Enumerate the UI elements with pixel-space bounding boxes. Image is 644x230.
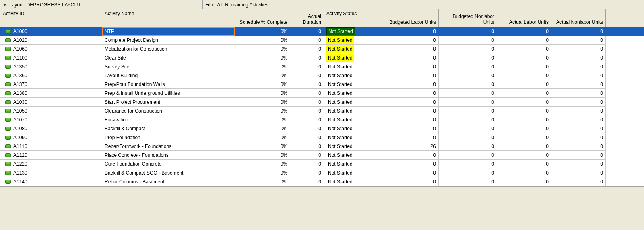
cell-activity-name[interactable]: Clear Site [102,53,235,62]
cell-activity-name[interactable]: Layout Building [102,71,235,80]
cell-actual-nonlabor[interactable]: 0 [551,107,606,115]
cell-actual-labor[interactable]: 0 [497,45,551,53]
cell-schedule-pct[interactable]: 0% [235,62,290,71]
cell-activity-id[interactable]: A1090 [0,133,102,142]
cell-schedule-pct[interactable]: 0% [235,27,290,36]
cell-budgeted-nonlabor[interactable]: 0 [439,142,497,151]
cell-schedule-pct[interactable]: 0% [235,151,290,160]
cell-schedule-pct[interactable]: 0% [235,107,290,115]
cell-actual-labor[interactable]: 0 [497,89,551,98]
table-row[interactable]: A1060Mobalization for Construction0%0Not… [0,45,644,53]
cell-budgeted-labor[interactable]: 0 [384,124,439,133]
table-row[interactable]: A1130Backfill & Compact SOG - Basement0%… [0,168,644,177]
cell-activity-name[interactable]: Survey Site [102,62,235,71]
cell-actual-nonlabor[interactable]: 0 [551,133,606,142]
cell-actual-labor[interactable]: 0 [497,142,551,151]
table-row[interactable]: A1090Prep Foundation0%0Not Started0000 [0,133,644,142]
cell-actual-duration[interactable]: 0 [290,98,324,107]
cell-activity-name[interactable]: Backfill & Compact [102,124,235,133]
cell-activity-name[interactable]: Backfill & Compact SOG - Basement [102,168,235,177]
table-row[interactable]: A1360Layout Building0%0Not Started0000 [0,71,644,80]
cell-actual-nonlabor[interactable]: 0 [551,80,606,89]
cell-activity-id[interactable]: A1360 [0,71,102,80]
table-row[interactable]: A1050Clearance for Construction0%0Not St… [0,107,644,115]
cell-actual-nonlabor[interactable]: 0 [551,36,606,45]
cell-activity-status[interactable]: Not Started [324,124,384,133]
header-schedule-pct[interactable]: Schedule % Complete [235,9,290,27]
cell-actual-labor[interactable]: 0 [497,27,551,36]
cell-budgeted-labor[interactable]: 0 [384,98,439,107]
cell-budgeted-nonlabor[interactable]: 0 [439,151,497,160]
cell-budgeted-labor[interactable]: 0 [384,151,439,160]
cell-actual-nonlabor[interactable]: 0 [551,45,606,53]
table-row[interactable]: A1110Rebar/Formwork - Foundations0%0Not … [0,142,644,151]
cell-activity-status[interactable]: Not Started [324,71,384,80]
cell-budgeted-labor[interactable]: 0 [384,168,439,177]
cell-activity-status[interactable]: Not Started [324,98,384,107]
cell-activity-status[interactable]: Not Started [324,115,384,124]
cell-activity-status[interactable]: Not Started [324,89,384,98]
cell-activity-name[interactable]: Rebar Columns - Basement [102,177,235,186]
cell-budgeted-nonlabor[interactable]: 0 [439,71,497,80]
cell-actual-duration[interactable]: 0 [290,62,324,71]
cell-actual-duration[interactable]: 0 [290,89,324,98]
cell-activity-status[interactable]: Not Started [324,36,384,45]
cell-actual-nonlabor[interactable]: 0 [551,89,606,98]
header-budgeted-labor[interactable]: Budgeted Labor Units [384,9,439,27]
cell-budgeted-nonlabor[interactable]: 0 [439,133,497,142]
cell-activity-name[interactable]: Prep Foundation [102,133,235,142]
cell-budgeted-labor[interactable]: 0 [384,45,439,53]
cell-actual-nonlabor[interactable]: 0 [551,27,606,36]
cell-activity-status[interactable]: Not Started [324,45,384,53]
cell-actual-duration[interactable]: 0 [290,107,324,115]
cell-budgeted-nonlabor[interactable]: 0 [439,160,497,168]
cell-activity-status[interactable]: Not Started [324,160,384,168]
cell-actual-duration[interactable]: 0 [290,124,324,133]
cell-actual-nonlabor[interactable]: 0 [551,160,606,168]
cell-budgeted-nonlabor[interactable]: 0 [439,168,497,177]
cell-activity-id[interactable]: A1120 [0,151,102,160]
cell-actual-duration[interactable]: 0 [290,115,324,124]
cell-actual-labor[interactable]: 0 [497,124,551,133]
cell-schedule-pct[interactable]: 0% [235,115,290,124]
cell-activity-status[interactable]: Not Started [324,107,384,115]
cell-actual-labor[interactable]: 0 [497,160,551,168]
cell-activity-status[interactable]: Not Started [324,142,384,151]
cell-activity-id[interactable]: A1110 [0,142,102,151]
table-row[interactable]: A1220Cure Foundation Concrete0%0Not Star… [0,160,644,168]
cell-actual-labor[interactable]: 0 [497,151,551,160]
header-actual-nonlabor[interactable]: Actual Nonlabor Units [551,9,606,27]
cell-budgeted-labor[interactable]: 0 [384,160,439,168]
cell-actual-labor[interactable]: 0 [497,80,551,89]
cell-actual-nonlabor[interactable]: 0 [551,115,606,124]
table-row[interactable]: A1380Prep & Install Underground Utilitie… [0,89,644,98]
cell-activity-id[interactable]: A1030 [0,98,102,107]
cell-actual-duration[interactable]: 0 [290,71,324,80]
cell-budgeted-nonlabor[interactable]: 0 [439,107,497,115]
cell-actual-duration[interactable]: 0 [290,80,324,89]
cell-actual-labor[interactable]: 0 [497,53,551,62]
cell-actual-nonlabor[interactable]: 0 [551,53,606,62]
cell-actual-nonlabor[interactable]: 0 [551,71,606,80]
cell-budgeted-nonlabor[interactable]: 0 [439,27,497,36]
cell-schedule-pct[interactable]: 0% [235,142,290,151]
cell-schedule-pct[interactable]: 0% [235,133,290,142]
cell-budgeted-labor[interactable]: 0 [384,27,439,36]
cell-activity-id[interactable]: A1140 [0,177,102,186]
cell-budgeted-nonlabor[interactable]: 0 [439,80,497,89]
cell-activity-name[interactable]: Cure Foundation Concrete [102,160,235,168]
cell-activity-name[interactable]: Complete Project Design [102,36,235,45]
cell-budgeted-nonlabor[interactable]: 0 [439,36,497,45]
cell-actual-nonlabor[interactable]: 0 [551,142,606,151]
cell-actual-labor[interactable]: 0 [497,36,551,45]
cell-budgeted-nonlabor[interactable]: 0 [439,124,497,133]
cell-actual-duration[interactable]: 0 [290,36,324,45]
table-row[interactable]: A1140Rebar Columns - Basement0%0Not Star… [0,177,644,186]
cell-activity-name[interactable]: Prep & Install Underground Utilities [102,89,235,98]
table-row[interactable]: A1350Survey Site0%0Not Started0000 [0,62,644,71]
table-row[interactable]: A1120Place Concrete - Foundations0%0Not … [0,151,644,160]
cell-actual-duration[interactable]: 0 [290,133,324,142]
cell-schedule-pct[interactable]: 0% [235,168,290,177]
cell-budgeted-nonlabor[interactable]: 0 [439,115,497,124]
cell-budgeted-labor[interactable]: 0 [384,89,439,98]
